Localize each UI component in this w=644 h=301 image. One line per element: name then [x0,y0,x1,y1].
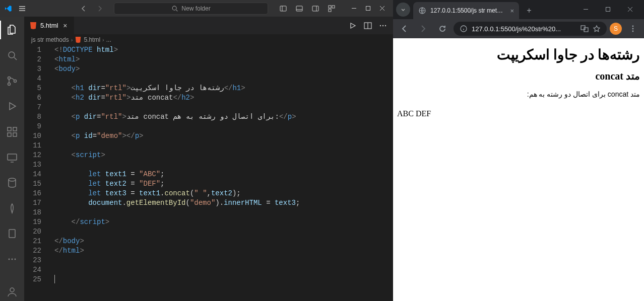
chevron-right-icon: › [102,37,104,43]
browser-tab[interactable]: 127.0.0.1:5500/js str methods/5 × [413,2,519,19]
account-icon[interactable] [0,282,24,301]
customize-layout-icon[interactable] [325,2,339,16]
translate-icon[interactable] [581,25,589,33]
browser-window-controls [574,2,641,19]
page-h1: رشته‌ها در جاوا اسکریپت [397,46,640,63]
browser-tab-title: 127.0.0.1:5500/js str methods/5 [430,7,506,14]
layout-icons [276,2,339,16]
explorer-icon[interactable] [0,21,24,39]
svg-rect-16 [8,154,17,160]
browser-tabstrip: 127.0.0.1:5500/js str methods/5 × + [393,0,644,19]
run-debug-icon[interactable] [0,97,24,116]
tab-close-icon[interactable]: × [61,22,69,30]
page-demo-output: ABC DEF [397,109,640,118]
svg-rect-14 [13,133,17,136]
svg-point-24 [380,25,381,26]
close-icon[interactable] [619,2,641,17]
url-text: 127.0.0.1:5500/js%20str%20... [472,25,576,33]
breadcrumb-folder: js str methods [31,36,69,43]
svg-rect-12 [8,127,11,131]
more-actions-icon[interactable] [378,21,388,31]
code-area[interactable]: 1234567891011121314151617181920212223242… [24,45,393,301]
line-numbers: 1234567891011121314151617181920212223242… [24,45,50,301]
split-editor-icon[interactable] [363,21,373,31]
run-icon[interactable] [348,21,358,31]
svg-rect-3 [312,6,318,11]
rendered-page: رشته‌ها در جاوا اسکریپت متد concat متد c… [393,38,644,301]
svg-rect-1 [280,6,286,11]
search-tabs-button[interactable] [396,3,410,17]
vscode-window: New folder [0,0,393,301]
svg-point-8 [9,52,15,58]
source-control-icon[interactable] [0,71,24,90]
database-icon[interactable] [0,174,24,192]
maximize-icon[interactable] [361,2,375,16]
svg-rect-5 [332,6,335,8]
tab-label: 5.html [40,22,58,29]
svg-rect-18 [9,230,15,238]
panel-bottom-icon[interactable] [292,2,306,16]
browser-toolbar: 127.0.0.1:5500/js%20str%20... S [393,19,644,38]
nav-back-icon[interactable] [78,3,90,15]
mongodb-icon[interactable] [0,199,24,217]
tab-close-icon[interactable]: × [510,7,514,15]
more-icon[interactable] [0,250,24,269]
site-info-icon [460,25,468,33]
minimize-icon[interactable] [347,2,361,16]
svg-point-0 [173,6,177,10]
svg-rect-15 [13,127,17,131]
new-tab-button[interactable]: + [522,4,536,18]
titlebar: New folder [0,0,393,17]
svg-point-11 [14,80,17,82]
svg-point-20 [12,259,13,260]
bookmark-star-icon[interactable] [593,25,601,33]
reload-button[interactable] [434,21,450,37]
hamburger-menu-button[interactable] [16,3,28,15]
back-button[interactable] [396,21,412,37]
svg-rect-2 [296,6,302,11]
nav-forward-icon[interactable] [94,3,106,15]
svg-rect-6 [329,9,331,12]
chevron-right-icon: › [71,37,73,43]
svg-point-9 [8,77,11,79]
html-file-icon [29,22,37,30]
panel-left-icon[interactable] [276,2,290,16]
code-content[interactable]: <!DOCTYPE html><html><body> <h1 dir="rtl… [50,45,393,301]
profile-avatar[interactable]: S [610,23,622,35]
search-text: New folder [181,5,210,12]
history-nav [78,3,106,15]
html-file-icon [75,36,82,43]
address-bar[interactable]: 127.0.0.1:5500/js%20str%20... [454,22,607,36]
breadcrumb-trail: ... [106,36,111,43]
minimize-icon[interactable] [574,2,597,17]
svg-point-33 [632,28,634,30]
extensions-icon[interactable] [0,123,24,141]
svg-point-34 [632,31,634,32]
svg-point-17 [9,178,16,181]
svg-point-22 [10,288,14,292]
svg-rect-13 [8,133,11,136]
search-icon [171,5,178,12]
maximize-icon[interactable] [597,2,619,17]
search-activity-icon[interactable] [0,46,24,65]
remote-icon[interactable] [0,148,24,167]
tab-5-html[interactable]: 5.html × [24,17,75,34]
command-center-search[interactable]: New folder [114,3,268,15]
breadcrumbs[interactable]: js str methods › 5.html › ... [24,34,393,45]
svg-point-26 [385,25,386,26]
svg-point-19 [9,259,10,260]
tabs-row: 5.html × [24,17,393,34]
svg-point-10 [8,83,11,85]
browser-window: 127.0.0.1:5500/js str methods/5 × + 127.… [393,0,644,301]
breadcrumb-file: 5.html [84,36,100,43]
svg-rect-4 [329,6,331,8]
forward-button[interactable] [415,21,431,37]
panel-right-icon[interactable] [308,2,323,16]
browser-menu-icon[interactable] [625,21,641,37]
close-icon[interactable] [375,2,389,16]
svg-point-21 [15,259,16,260]
svg-point-32 [632,26,634,27]
editor-actions [343,17,393,34]
bookmark-icon[interactable] [0,224,24,243]
svg-rect-7 [366,7,370,11]
